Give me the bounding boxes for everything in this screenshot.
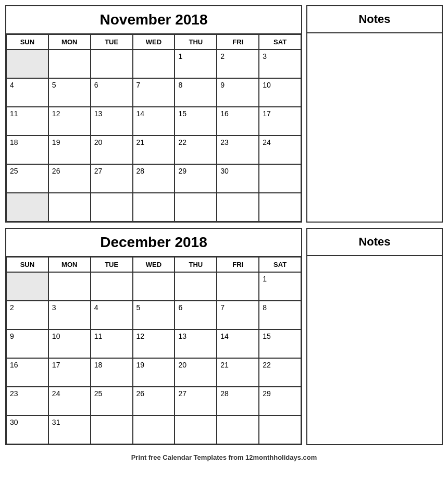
table-row: 9 xyxy=(6,329,48,358)
table-row xyxy=(217,415,259,444)
december-notes-title: Notes xyxy=(307,229,442,256)
table-row: 29 xyxy=(175,164,217,193)
table-row: 6 xyxy=(175,301,217,329)
november-section: November 2018 SUN MON TUE WED THU FRI SA… xyxy=(5,5,443,223)
november-notes-title: Notes xyxy=(307,6,442,33)
dec-header-thu: THU xyxy=(175,257,217,272)
table-row: 14 xyxy=(217,329,259,358)
footer-text: Print free Calendar Templates from xyxy=(131,454,245,461)
table-row xyxy=(133,272,175,301)
table-row: 16 xyxy=(6,358,48,387)
table-row: 18 xyxy=(91,358,133,387)
table-row: 23 xyxy=(217,136,259,164)
table-row xyxy=(48,272,91,301)
table-row xyxy=(6,50,48,78)
table-row xyxy=(175,415,217,444)
table-row xyxy=(6,272,48,301)
table-row: 12 xyxy=(133,329,175,358)
table-row xyxy=(133,193,175,222)
table-row xyxy=(133,50,175,78)
footer: Print free Calendar Templates from 12mon… xyxy=(5,450,443,462)
table-row: 7 xyxy=(217,301,259,329)
table-row: 4 xyxy=(6,78,48,107)
table-row: 25 xyxy=(6,164,48,193)
table-row: 9 xyxy=(217,78,259,107)
table-row xyxy=(259,164,301,193)
table-row: 2 xyxy=(6,301,48,329)
table-row: 3 xyxy=(259,50,301,78)
table-row: 17 xyxy=(48,358,91,387)
table-row: 27 xyxy=(91,164,133,193)
december-notes-body xyxy=(307,256,442,444)
table-row: 12 xyxy=(48,107,91,136)
table-row: 7 xyxy=(133,78,175,107)
nov-header-wed: WED xyxy=(133,34,175,50)
table-row xyxy=(48,50,91,78)
table-row: 20 xyxy=(175,358,217,387)
table-row xyxy=(91,50,133,78)
table-row: 5 xyxy=(133,301,175,329)
table-row: 11 xyxy=(91,329,133,358)
table-row: 11 xyxy=(6,107,48,136)
dec-header-sat: SAT xyxy=(259,257,301,272)
table-row: 31 xyxy=(48,415,91,444)
table-row: 15 xyxy=(259,329,301,358)
table-row: 5 xyxy=(48,78,91,107)
november-grid: SUN MON TUE WED THU FRI SAT 1 2 3 4 5 6 … xyxy=(6,34,301,222)
december-calendar: December 2018 SUN MON TUE WED THU FRI SA… xyxy=(5,228,302,445)
november-title: November 2018 xyxy=(6,6,301,34)
dec-header-mon: MON xyxy=(48,257,91,272)
table-row: 15 xyxy=(175,107,217,136)
table-row: 8 xyxy=(259,301,301,329)
table-row xyxy=(217,193,259,222)
dec-header-wed: WED xyxy=(133,257,175,272)
table-row: 13 xyxy=(91,107,133,136)
table-row: 20 xyxy=(91,136,133,164)
table-row: 1 xyxy=(175,50,217,78)
table-row: 14 xyxy=(133,107,175,136)
december-title: December 2018 xyxy=(6,229,301,257)
table-row xyxy=(217,272,259,301)
table-row: 22 xyxy=(175,136,217,164)
table-row: 8 xyxy=(175,78,217,107)
table-row: 16 xyxy=(217,107,259,136)
footer-site: 12monthholidays.com xyxy=(245,454,317,461)
nov-header-tue: TUE xyxy=(91,34,133,50)
table-row: 28 xyxy=(133,164,175,193)
table-row xyxy=(259,415,301,444)
table-row xyxy=(175,272,217,301)
nov-header-fri: FRI xyxy=(217,34,259,50)
table-row: 21 xyxy=(217,358,259,387)
table-row: 10 xyxy=(259,78,301,107)
table-row: 19 xyxy=(48,136,91,164)
december-section: December 2018 SUN MON TUE WED THU FRI SA… xyxy=(5,228,443,445)
table-row: 17 xyxy=(259,107,301,136)
table-row xyxy=(91,272,133,301)
table-row: 4 xyxy=(91,301,133,329)
nov-header-thu: THU xyxy=(175,34,217,50)
dec-header-fri: FRI xyxy=(217,257,259,272)
table-row xyxy=(91,193,133,222)
table-row xyxy=(91,415,133,444)
table-row: 1 xyxy=(259,272,301,301)
table-row: 19 xyxy=(133,358,175,387)
november-notes: Notes xyxy=(306,5,443,223)
table-row: 10 xyxy=(48,329,91,358)
table-row: 23 xyxy=(6,387,48,415)
table-row xyxy=(175,193,217,222)
table-row: 21 xyxy=(133,136,175,164)
table-row: 3 xyxy=(48,301,91,329)
table-row: 26 xyxy=(133,387,175,415)
table-row: 22 xyxy=(259,358,301,387)
nov-header-mon: MON xyxy=(48,34,91,50)
table-row: 2 xyxy=(217,50,259,78)
nov-header-sat: SAT xyxy=(259,34,301,50)
table-row xyxy=(133,415,175,444)
dec-header-sun: SUN xyxy=(6,257,48,272)
nov-header-sun: SUN xyxy=(6,34,48,50)
table-row xyxy=(48,193,91,222)
table-row: 29 xyxy=(259,387,301,415)
page-wrapper: November 2018 SUN MON TUE WED THU FRI SA… xyxy=(5,5,443,462)
dec-header-tue: TUE xyxy=(91,257,133,272)
table-row xyxy=(6,193,48,222)
